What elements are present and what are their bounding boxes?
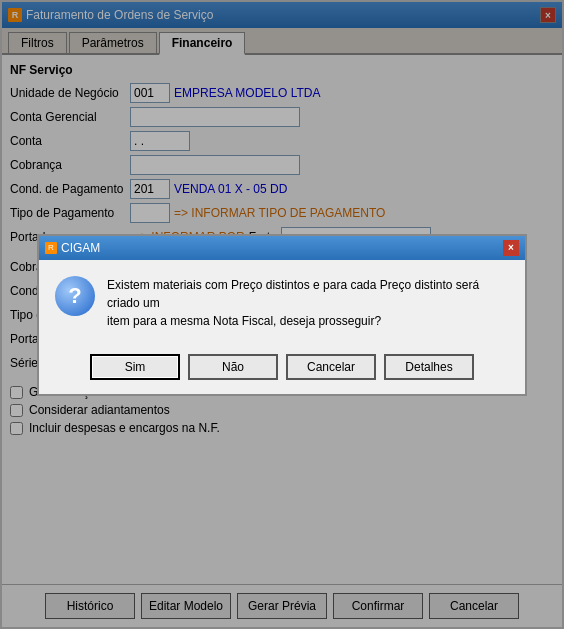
main-window: R Faturamento de Ordens de Serviço × Fil…: [0, 0, 564, 629]
dialog-buttons: Sim Não Cancelar Detalhes: [39, 346, 525, 394]
dialog-message: Existem materiais com Preço distintos e …: [107, 276, 509, 330]
dialog-cancelar-button[interactable]: Cancelar: [286, 354, 376, 380]
dialog-box: R CIGAM × ? Existem materiais com Preço …: [37, 234, 527, 396]
dialog-overlay: R CIGAM × ? Existem materiais com Preço …: [2, 55, 562, 584]
dialog-message-line1: Existem materiais com Preço distintos e …: [107, 278, 479, 310]
dialog-sim-button[interactable]: Sim: [90, 354, 180, 380]
dialog-app-icon: R: [45, 242, 57, 254]
content-area: NF Serviço Unidade de Negócio EMPRESA MO…: [2, 55, 562, 584]
dialog-title: CIGAM: [61, 241, 100, 255]
dialog-title-left: R CIGAM: [45, 241, 100, 255]
dialog-detalhes-button[interactable]: Detalhes: [384, 354, 474, 380]
dialog-body: ? Existem materiais com Preço distintos …: [39, 260, 525, 346]
dialog-title-bar: R CIGAM ×: [39, 236, 525, 260]
dialog-message-line2: item para a mesma Nota Fiscal, deseja pr…: [107, 314, 381, 328]
dialog-question-icon: ?: [55, 276, 95, 316]
dialog-nao-button[interactable]: Não: [188, 354, 278, 380]
dialog-close-button[interactable]: ×: [503, 240, 519, 256]
